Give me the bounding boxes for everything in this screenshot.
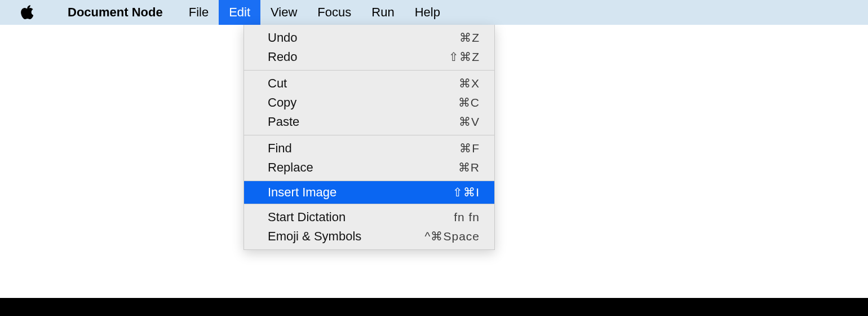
menu-item-shortcut: ⇧⌘Z	[449, 50, 480, 64]
menu-item-label: Insert Image	[268, 185, 453, 200]
menu-item-label: Cut	[268, 76, 459, 91]
menu-item-copy[interactable]: Copy ⌘C	[244, 93, 494, 112]
menu-item-label: Paste	[268, 115, 459, 129]
menu-item-shortcut: ⌘V	[459, 115, 480, 129]
menu-focus[interactable]: Focus	[307, 0, 361, 25]
menu-item-label: Replace	[268, 160, 458, 175]
menu-item-cut[interactable]: Cut ⌘X	[244, 74, 494, 93]
menu-item-insert-image[interactable]: Insert Image ⇧⌘I	[244, 181, 494, 204]
menu-item-shortcut: fn fn	[454, 210, 480, 224]
menu-item-label: Find	[268, 141, 459, 156]
menu-item-undo[interactable]: Undo ⌘Z	[244, 28, 494, 47]
menu-item-shortcut: ⌘X	[459, 77, 480, 90]
menu-run[interactable]: Run	[361, 0, 404, 25]
menu-item-emoji-symbols[interactable]: Emoji & Symbols ^⌘Space	[244, 227, 494, 246]
menu-item-replace[interactable]: Replace ⌘R	[244, 158, 494, 177]
menu-edit[interactable]: Edit	[219, 0, 260, 25]
menu-item-start-dictation[interactable]: Start Dictation fn fn	[244, 208, 494, 227]
menu-item-paste[interactable]: Paste ⌘V	[244, 112, 494, 131]
menu-item-shortcut: ⌘F	[459, 142, 480, 155]
menu-item-shortcut: ⌘C	[458, 96, 480, 109]
menu-item-find[interactable]: Find ⌘F	[244, 139, 494, 158]
menu-view[interactable]: View	[260, 0, 307, 25]
menu-item-shortcut: ⌘R	[458, 161, 480, 174]
apple-logo-icon[interactable]	[20, 6, 34, 19]
menu-item-shortcut: ⌘Z	[459, 31, 480, 45]
app-name[interactable]: Document Node	[57, 0, 173, 25]
menu-item-label: Undo	[268, 30, 459, 45]
menu-item-shortcut: ⇧⌘I	[453, 186, 480, 199]
menu-file[interactable]: File	[179, 0, 219, 25]
bottom-black-region	[0, 298, 868, 316]
menu-item-label: Redo	[268, 50, 449, 64]
menu-item-label: Copy	[268, 95, 458, 110]
menu-item-shortcut: ^⌘Space	[425, 230, 480, 243]
menu-item-redo[interactable]: Redo ⇧⌘Z	[244, 47, 494, 67]
menu-help[interactable]: Help	[405, 0, 450, 25]
menubar: Document Node File Edit View Focus Run H…	[0, 0, 868, 25]
edit-dropdown: Undo ⌘Z Redo ⇧⌘Z Cut ⌘X Copy ⌘C Paste ⌘V…	[243, 25, 495, 250]
menu-item-label: Start Dictation	[268, 210, 454, 225]
menu-item-label: Emoji & Symbols	[268, 229, 425, 244]
